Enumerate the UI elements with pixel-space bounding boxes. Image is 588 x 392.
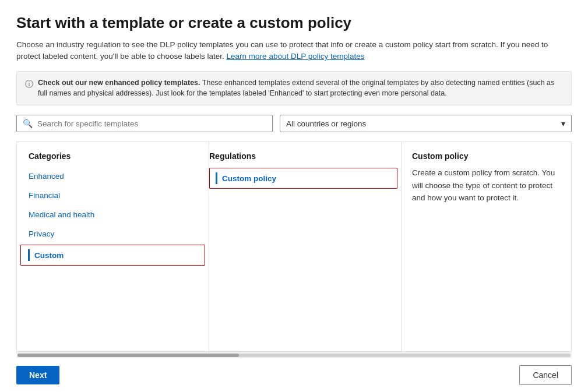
category-custom-label: Custom (34, 251, 64, 260)
search-box-container[interactable]: 🔍 (16, 115, 273, 132)
category-item-financial[interactable]: Financial (17, 186, 209, 205)
page-description: Choose an industry regulation to see the… (16, 39, 572, 63)
category-item-enhanced[interactable]: Enhanced (17, 167, 209, 186)
category-item-custom[interactable]: Custom (20, 245, 205, 266)
regulations-column: Regulations Custom policy (209, 142, 402, 351)
scrollbar-thumb[interactable] (17, 354, 239, 357)
regulation-custom-policy-label: Custom policy (222, 174, 276, 183)
learn-more-link[interactable]: Learn more about DLP policy templates (227, 52, 365, 61)
custom-policy-description: Create a custom policy from scratch. You… (412, 167, 561, 204)
footer-bar: Next Cancel (16, 358, 572, 392)
region-dropdown-label: All countries or regions (286, 119, 366, 128)
custom-policy-header: Custom policy (412, 151, 561, 167)
search-icon: 🔍 (23, 119, 33, 128)
info-banner: ⓘ Check out our new enhanced policy temp… (16, 71, 572, 106)
categories-header: Categories (17, 151, 209, 167)
next-button[interactable]: Next (16, 366, 59, 384)
regulation-selected-bar-icon (216, 172, 217, 184)
regulations-header: Regulations (209, 151, 401, 167)
search-filter-row: 🔍 All countries or regions ▾ (16, 115, 572, 132)
custom-policy-column: Custom policy Create a custom policy fro… (402, 142, 571, 351)
info-icon: ⓘ (25, 78, 33, 90)
regulation-item-custom-policy[interactable]: Custom policy (209, 168, 397, 189)
scrollbar-row[interactable] (16, 351, 572, 358)
scrollbar-track[interactable] (17, 354, 571, 357)
columns-container: Categories Enhanced Financial Medical an… (16, 142, 572, 351)
info-banner-text: Check out our new enhanced policy templa… (38, 77, 563, 100)
region-dropdown[interactable]: All countries or regions ▾ (280, 115, 572, 132)
selected-bar-icon (28, 249, 30, 261)
category-item-medical[interactable]: Medical and health (17, 205, 209, 224)
categories-column: Categories Enhanced Financial Medical an… (17, 142, 209, 351)
search-input[interactable] (37, 119, 266, 128)
cancel-button[interactable]: Cancel (519, 365, 572, 385)
category-item-privacy[interactable]: Privacy (17, 224, 209, 243)
chevron-down-icon: ▾ (561, 119, 565, 128)
page-title: Start with a template or create a custom… (16, 14, 572, 32)
